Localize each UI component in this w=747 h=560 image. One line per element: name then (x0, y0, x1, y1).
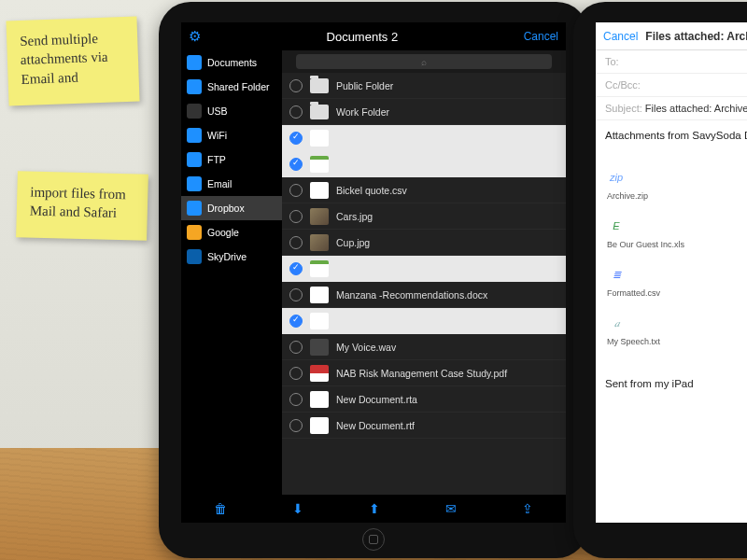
sidebar-item-wifi[interactable]: WiFi (181, 123, 282, 147)
file-row[interactable] (282, 256, 566, 282)
import-icon[interactable]: ⬇ (292, 501, 303, 516)
sidebar-icon (187, 128, 202, 143)
sidebar-item-dropbox[interactable]: Dropbox (181, 196, 282, 220)
share-icon[interactable]: ⇪ (522, 501, 533, 516)
file-row[interactable] (282, 151, 566, 177)
sidebar-label: FTP (207, 154, 226, 165)
sidebar-item-documents[interactable]: Documents (181, 50, 282, 75)
subject-value: Files attached: Archive.zip Be Our Guest… (645, 103, 747, 114)
checkbox-icon[interactable] (289, 288, 303, 301)
mail-signature: Sent from my iPad (596, 369, 747, 399)
sidebar-icon (187, 249, 202, 264)
trash-icon[interactable]: 🗑 (214, 501, 227, 516)
bottom-toolbar: 🗑 ⬇ ⬆ ✉ ⇪ (181, 495, 566, 523)
ipad-device-2: Cancel Files attached: Archive.zip Be Ou… (573, 2, 747, 558)
file-row[interactable]: New Document.rtf (282, 413, 566, 439)
file-row[interactable]: My Voice.wav (282, 334, 566, 360)
mail-cc-field[interactable]: Cc/Bcc: (596, 74, 747, 97)
checkbox-icon[interactable] (289, 315, 303, 328)
attachment-item[interactable]: zipArchive.zip (607, 167, 747, 201)
file-thumb (310, 208, 329, 225)
file-name: Bickel quote.csv (336, 185, 407, 196)
folder-icon (310, 78, 329, 93)
search-bar: ⌕ (282, 50, 566, 73)
main-panel: ⌕ Public FolderWork FolderBickel quote.c… (282, 50, 566, 495)
header-title: Documents 2 (327, 30, 399, 44)
sidebar-icon (187, 176, 202, 191)
mail-cancel-button[interactable]: Cancel (603, 30, 638, 43)
attachment-name: My Speech.txt (607, 337, 747, 346)
sidebar-item-email[interactable]: Email (181, 172, 282, 196)
checkbox-icon[interactable] (289, 393, 303, 406)
mail-body-text[interactable]: Attachments from SavySoda Documents for … (596, 120, 747, 150)
checkbox-icon[interactable] (289, 79, 303, 92)
mail-icon[interactable]: ✉ (445, 501, 457, 516)
action-icon[interactable]: ⬆ (369, 501, 380, 516)
sidebar-item-shared-folder[interactable]: Shared Folder (181, 75, 282, 99)
file-row[interactable]: Work Folder (282, 99, 566, 125)
ipad1-screen: ⚙ Documents 2 Cancel DocumentsShared Fol… (181, 22, 566, 523)
checkbox-icon[interactable] (289, 105, 303, 119)
checkbox-icon[interactable] (289, 367, 303, 380)
checkbox-icon[interactable] (289, 419, 303, 432)
sidebar-icon (187, 79, 202, 94)
file-row[interactable]: New Document.rta (282, 386, 566, 413)
subject-label: Subject: (605, 103, 642, 114)
checkbox-icon[interactable] (289, 184, 303, 197)
file-row[interactable]: Cup.jpg (282, 230, 566, 256)
file-name: Cars.jpg (336, 211, 373, 222)
file-thumb (310, 391, 329, 408)
sidebar-label: Documents (207, 57, 257, 68)
sidebar-label: Dropbox (207, 203, 245, 214)
gear-icon[interactable]: ⚙ (189, 28, 201, 45)
file-row[interactable]: Bickel quote.csv (282, 177, 566, 203)
attachment-name: Be Our Guest Inc.xls (607, 240, 747, 249)
file-thumb (310, 313, 329, 329)
sidebar-icon (187, 152, 202, 167)
sidebar-item-skydrive[interactable]: SkyDrive (181, 245, 282, 269)
attachment-item[interactable]: ≣Formatted.csv (607, 264, 747, 298)
sidebar-item-usb[interactable]: USB (181, 99, 282, 123)
file-row[interactable]: NAB Risk Management Case Study.pdf (282, 360, 566, 386)
ipad2-screen: Cancel Files attached: Archive.zip Be Ou… (596, 22, 747, 523)
sidebar-item-ftp[interactable]: FTP (181, 147, 282, 172)
sidebar-label: Shared Folder (207, 81, 270, 92)
attachment-item[interactable]: EBe Our Guest Inc.xls (607, 216, 747, 249)
attachment-item[interactable]: 𝑎My Speech.txt (607, 313, 747, 346)
file-name: NAB Risk Management Case Study.pdf (336, 368, 507, 379)
file-row[interactable] (282, 308, 566, 334)
file-thumb (310, 182, 329, 199)
cancel-button[interactable]: Cancel (524, 30, 558, 43)
file-row[interactable]: Cars.jpg (282, 203, 566, 230)
checkbox-icon[interactable] (289, 210, 303, 223)
file-row[interactable]: Manzana -Recommendations.docx (282, 282, 566, 308)
attachment-name: Formatted.csv (607, 288, 747, 298)
mail-subject-field[interactable]: Subject: Files attached: Archive.zip Be … (596, 97, 747, 120)
checkbox-icon[interactable] (289, 341, 303, 354)
file-thumb (310, 130, 329, 147)
checkbox-icon[interactable] (289, 132, 303, 145)
search-input[interactable]: ⌕ (296, 54, 552, 69)
sidebar-label: WiFi (207, 130, 227, 141)
file-name: New Document.rtf (336, 420, 415, 431)
sticky-note-1: Send multiple attachments via Email and (6, 17, 139, 106)
file-name: Work Folder (336, 106, 389, 118)
file-name: My Voice.wav (336, 342, 396, 353)
file-row[interactable]: Public Folder (282, 73, 566, 99)
sidebar-label: USB (207, 105, 228, 117)
sidebar: DocumentsShared FolderUSBWiFiFTPEmailDro… (181, 50, 282, 495)
file-thumb (310, 417, 329, 434)
file-name: New Document.rta (336, 394, 417, 405)
checkbox-icon[interactable] (289, 262, 303, 275)
sticky-note-2: import files from Mail and Safari (16, 171, 148, 240)
checkbox-icon[interactable] (289, 236, 303, 249)
file-name: Manzana -Recommendations.docx (336, 289, 487, 301)
home-button[interactable] (362, 528, 385, 551)
mail-header: Cancel Files attached: Archive.zip Be Ou… (596, 22, 747, 50)
file-list: Public FolderWork FolderBickel quote.csv… (282, 73, 566, 495)
mail-to-field[interactable]: To: (596, 50, 747, 74)
checkbox-icon[interactable] (289, 158, 303, 171)
attachment-icon: 𝑎 (607, 313, 626, 333)
sidebar-item-google[interactable]: Google (181, 220, 282, 245)
file-row[interactable] (282, 125, 566, 151)
